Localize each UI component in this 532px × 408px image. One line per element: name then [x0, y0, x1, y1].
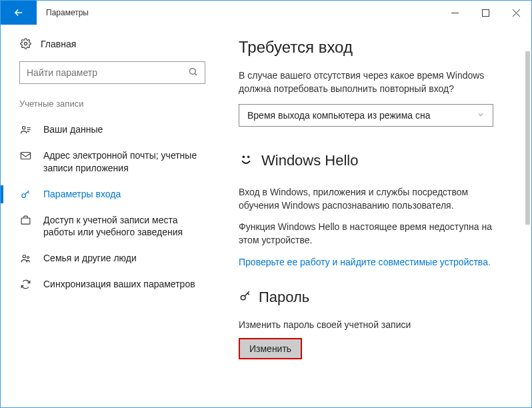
scrollbar[interactable] [525, 51, 530, 225]
nav-list: Ваши данные Адрес электронной почты; уче… [1, 117, 224, 297]
nav-label: Параметры входа [43, 188, 205, 201]
nav-label: Доступ к учетной записи места работы или… [43, 214, 205, 239]
close-icon [513, 9, 520, 17]
gear-icon [19, 38, 31, 49]
svg-point-16 [243, 155, 245, 158]
smiley-icon [239, 152, 253, 169]
home-nav[interactable]: Главная [1, 34, 224, 61]
password-heading-row: Пароль [239, 289, 518, 306]
section-label: Учетные записи [1, 99, 224, 117]
nav-label: Ваши данные [43, 123, 205, 136]
password-heading: Пароль [259, 289, 309, 306]
key-icon [19, 189, 31, 200]
password-desc: Изменить пароль своей учетной записи [239, 318, 505, 331]
svg-point-14 [23, 255, 25, 258]
home-label: Главная [41, 39, 76, 49]
hello-heading-row: Windows Hello [239, 152, 518, 169]
chevron-down-icon [477, 110, 485, 121]
nav-sync[interactable]: Синхронизация ваших параметров [1, 271, 224, 297]
svg-point-12 [21, 193, 25, 197]
titlebar: Параметры [1, 1, 531, 25]
window-title: Параметры [46, 8, 89, 17]
close-button[interactable] [501, 1, 531, 25]
require-signin-dropdown[interactable]: Время выхода компьютера из режима сна [239, 104, 493, 127]
search-input[interactable] [27, 67, 188, 78]
change-password-button[interactable]: Изменить [239, 338, 302, 359]
hello-p1: Вход в Windows, приложения и службы поср… [239, 185, 505, 213]
svg-rect-11 [21, 152, 30, 159]
key-icon [239, 289, 252, 305]
nav-work-access[interactable]: Доступ к учетной записи места работы или… [1, 207, 224, 246]
nav-email-accounts[interactable]: Адрес электронной почты; учетные записи … [1, 143, 224, 181]
search-icon [188, 67, 198, 79]
dropdown-value: Время выхода компьютера из режима сна [247, 110, 430, 121]
svg-point-17 [247, 155, 250, 158]
maximize-icon [482, 9, 489, 17]
arrow-left-icon [13, 7, 25, 19]
person-card-icon [19, 124, 31, 135]
nav-signin-options[interactable]: Параметры входа [1, 181, 224, 207]
signin-description: В случае вашего отсутствия через какое в… [239, 69, 505, 96]
window-controls [439, 1, 531, 25]
sync-icon [19, 279, 31, 290]
content-pane: Требуется вход В случае вашего отсутстви… [224, 25, 531, 407]
nav-label: Адрес электронной почты; учетные записи … [43, 149, 205, 175]
nav-your-info[interactable]: Ваши данные [1, 117, 224, 143]
briefcase-icon [19, 215, 31, 226]
minimize-button[interactable] [439, 1, 470, 25]
signin-heading: Требуется вход [239, 38, 518, 57]
nav-label: Синхронизация ваших параметров [43, 278, 205, 291]
mail-icon [19, 150, 31, 161]
maximize-button[interactable] [470, 1, 501, 25]
search-box[interactable] [19, 61, 205, 84]
back-button[interactable] [1, 1, 37, 25]
svg-rect-1 [482, 9, 489, 16]
svg-point-4 [24, 42, 27, 45]
svg-point-5 [190, 68, 196, 74]
hello-heading: Windows Hello [261, 152, 359, 169]
hello-compat-link[interactable]: Проверьте ее работу и найдите совместимы… [239, 255, 505, 269]
hello-p2: Функция Windows Hello в настоящее время … [239, 220, 505, 247]
svg-point-7 [22, 127, 25, 129]
svg-line-6 [195, 73, 197, 75]
svg-point-18 [241, 295, 245, 300]
svg-rect-13 [21, 218, 30, 224]
minimize-icon [451, 9, 459, 17]
svg-point-15 [27, 257, 29, 259]
people-icon [19, 253, 31, 264]
sidebar: Главная Учетные записи Ваши данные Адрес… [1, 25, 224, 407]
nav-family[interactable]: Семья и другие люди [1, 245, 224, 271]
nav-label: Семья и другие люди [43, 252, 205, 265]
